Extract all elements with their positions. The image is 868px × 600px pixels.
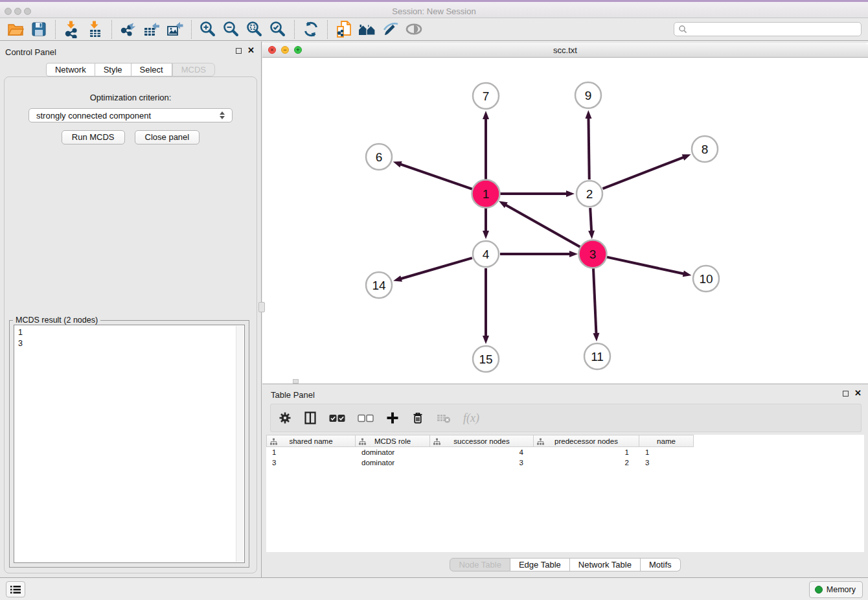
- table-cell: dominator: [356, 459, 430, 467]
- column-header-shared-name[interactable]: shared name: [266, 435, 356, 447]
- mcds-panel: Optimization criterion: strongly connect…: [4, 76, 257, 573]
- table-row[interactable]: 1dominator411: [266, 447, 864, 457]
- result-scrollbar[interactable]: [236, 326, 244, 562]
- close-panel-button[interactable]: Close panel: [135, 130, 200, 144]
- app-titlebar: Session: New Session: [0, 0, 868, 18]
- svg-text:8: 8: [702, 143, 709, 156]
- graph-node-10[interactable]: 10: [693, 266, 719, 292]
- deselect-all-checks-icon[interactable]: [358, 414, 374, 422]
- graph-edge-4-15[interactable]: [483, 268, 489, 344]
- mcds-result-textarea[interactable]: 1 3: [14, 325, 245, 563]
- graph-node-1[interactable]: 1: [472, 180, 500, 208]
- control-tab-select[interactable]: Select: [131, 63, 172, 76]
- graph-edge-4-14[interactable]: [393, 258, 472, 282]
- export-table-icon[interactable]: [140, 19, 163, 40]
- table-tab-node-table[interactable]: Node Table: [450, 558, 510, 571]
- graph-edge-2-9[interactable]: [585, 110, 591, 179]
- network-canvas[interactable]: 7968124314101511: [262, 58, 868, 384]
- graph-node-8[interactable]: 8: [692, 136, 718, 162]
- graph-edge-4-3[interactable]: [500, 251, 578, 257]
- search-input[interactable]: [687, 25, 857, 34]
- select-all-checks-icon[interactable]: [329, 414, 345, 422]
- column-type-icon: [537, 438, 544, 445]
- export-network-icon[interactable]: [117, 19, 140, 40]
- column-header-successor-nodes[interactable]: successor nodes: [430, 435, 534, 447]
- svg-text:2: 2: [586, 187, 593, 201]
- apply-function-fx-icon: f(x): [463, 411, 479, 425]
- zoom-fit-icon[interactable]: [243, 19, 266, 40]
- column-header-name[interactable]: name: [639, 435, 694, 447]
- main-area: Control Panel ✕ NetworkStyleSelectMCDS O…: [0, 41, 868, 577]
- add-row-plus-icon[interactable]: [386, 411, 399, 424]
- column-header-predecessor-nodes[interactable]: predecessor nodes: [534, 435, 639, 447]
- float-table-panel-icon[interactable]: [843, 391, 849, 397]
- table-cell: 3: [430, 459, 534, 467]
- table-tab-motifs[interactable]: Motifs: [641, 558, 681, 571]
- column-settings-gear-icon[interactable]: [279, 411, 291, 424]
- table-row[interactable]: 3dominator323: [266, 457, 864, 468]
- graph-node-4[interactable]: 4: [473, 241, 499, 267]
- save-session-icon[interactable]: [27, 19, 51, 40]
- import-network-icon[interactable]: [60, 19, 84, 40]
- zoom-selected-icon[interactable]: [266, 19, 290, 40]
- import-table-icon[interactable]: [84, 19, 107, 40]
- graph-edge-1-2[interactable]: [500, 190, 575, 197]
- graph-node-14[interactable]: 14: [366, 272, 392, 298]
- graph-edge-1-4[interactable]: [483, 208, 489, 239]
- network-window-titlebar[interactable]: × − + scc.txt: [262, 43, 868, 58]
- criterion-dropdown[interactable]: strongly connected component: [29, 108, 233, 122]
- table-tab-edge-table[interactable]: Edge Table: [510, 558, 570, 571]
- graph-node-15[interactable]: 15: [473, 346, 499, 372]
- graph-edge-3-10[interactable]: [606, 257, 691, 277]
- float-panel-icon[interactable]: [236, 48, 242, 54]
- apply-style-icon[interactable]: [379, 19, 402, 40]
- table-toolbar: f(x): [270, 404, 862, 432]
- new-network-from-selection-icon[interactable]: [332, 19, 356, 40]
- manage-columns-icon[interactable]: [304, 411, 317, 424]
- toolbar-separator: [327, 20, 328, 39]
- graph-edge-2-8[interactable]: [603, 154, 691, 189]
- graph-node-3[interactable]: 3: [579, 240, 607, 268]
- refresh-layout-icon[interactable]: [299, 19, 323, 40]
- open-session-icon[interactable]: [4, 19, 27, 40]
- svg-text:9: 9: [585, 89, 592, 102]
- column-type-icon: [433, 438, 440, 445]
- column-header-MCDS-role[interactable]: MCDS role: [356, 435, 430, 447]
- memory-label: Memory: [827, 585, 856, 594]
- task-history-button[interactable]: [6, 581, 25, 597]
- graph-node-7[interactable]: 7: [473, 83, 499, 109]
- memory-status-icon: [815, 586, 823, 594]
- delete-rows-trash-icon[interactable]: [411, 411, 424, 424]
- splitter-handle[interactable]: [258, 302, 265, 312]
- graph-edge-3-1[interactable]: [499, 201, 580, 247]
- graph-edge-1-7[interactable]: [483, 111, 489, 179]
- graph-node-11[interactable]: 11: [584, 343, 610, 369]
- splitter-handle[interactable]: [293, 379, 299, 384]
- graph-edge-1-6[interactable]: [393, 161, 472, 189]
- table-tab-network-table[interactable]: Network Table: [570, 558, 641, 571]
- hide-selected-eye-icon[interactable]: [402, 19, 426, 40]
- table-tabs: Node TableEdge TableNetwork TableMotifs: [262, 552, 868, 577]
- search-icon: [678, 25, 687, 34]
- svg-text:1: 1: [483, 187, 490, 201]
- table-panel: Table Panel ✕: [262, 384, 868, 577]
- memory-button[interactable]: Memory: [809, 581, 863, 598]
- first-neighbors-icon[interactable]: [356, 19, 379, 40]
- run-mcds-button[interactable]: Run MCDS: [62, 130, 125, 144]
- close-table-panel-icon[interactable]: ✕: [854, 390, 862, 397]
- zoom-in-icon[interactable]: [196, 19, 220, 40]
- graph-node-9[interactable]: 9: [575, 82, 601, 108]
- close-panel-icon[interactable]: ✕: [247, 47, 255, 54]
- graph-edge-3-11[interactable]: [593, 268, 599, 341]
- export-image-icon[interactable]: [163, 19, 187, 40]
- svg-text:10: 10: [699, 272, 713, 286]
- control-tab-mcds[interactable]: MCDS: [172, 63, 215, 76]
- mcds-result-group: MCDS result (2 nodes) 1 3: [9, 320, 249, 568]
- search-box[interactable]: [674, 22, 862, 36]
- graph-edge-2-3[interactable]: [588, 208, 595, 239]
- control-tab-network[interactable]: Network: [46, 63, 95, 76]
- control-tab-style[interactable]: Style: [95, 63, 131, 76]
- graph-node-2[interactable]: 2: [577, 181, 602, 207]
- graph-node-6[interactable]: 6: [366, 144, 392, 170]
- zoom-out-icon[interactable]: [220, 19, 243, 40]
